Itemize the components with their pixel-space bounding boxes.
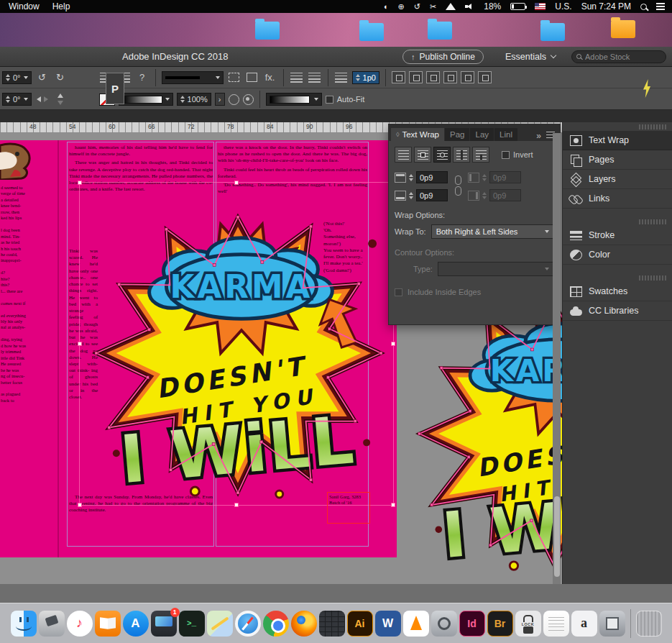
- input-source-label[interactable]: U.S.: [555, 1, 571, 12]
- panel-button-swatches[interactable]: Swatches: [563, 282, 672, 301]
- opacity-icon[interactable]: [229, 94, 239, 105]
- top-offset-field[interactable]: 0p9: [416, 171, 448, 183]
- status-icon-1[interactable]: ◐: [384, 2, 389, 11]
- column1-top-text[interactable]: haunt him, memories of his dad telling h…: [69, 145, 213, 196]
- dock-icon-image-capture[interactable]: [431, 611, 457, 637]
- dock-icon-chrome[interactable]: [263, 611, 289, 637]
- publish-online-button[interactable]: ↑ Publish Online: [402, 50, 484, 64]
- desktop-folder-icon[interactable]: [359, 23, 384, 41]
- wrap-bounding-box-button[interactable]: [414, 147, 431, 163]
- dock-icon-lock-app[interactable]: LOCK: [515, 611, 541, 637]
- swatch-gradient-select[interactable]: [266, 93, 322, 106]
- dock-icon-terminal[interactable]: >_: [179, 611, 205, 637]
- panel-button-text-wrap[interactable]: Text Wrap: [563, 131, 672, 150]
- flip-vertical-icon[interactable]: [53, 92, 68, 106]
- karma-artwork[interactable]: [88, 206, 388, 500]
- status-icon-2[interactable]: ⊕: [398, 2, 405, 12]
- volume-icon[interactable]: [465, 2, 474, 11]
- stepper-icon[interactable]: [409, 174, 413, 181]
- more-options-button[interactable]: ›: [215, 93, 225, 106]
- rotate-ccw-icon[interactable]: ↺: [35, 70, 50, 85]
- bulldog-artwork-fragment[interactable]: [0, 142, 33, 180]
- fit-frame-icon[interactable]: [409, 71, 423, 83]
- tab-pages[interactable]: Pag: [445, 128, 469, 141]
- karma-artwork-pasteboard-copy[interactable]: [411, 293, 562, 574]
- shear-angle-field[interactable]: 0°: [2, 93, 32, 106]
- battery-icon[interactable]: [510, 3, 525, 10]
- dock-icon-safari[interactable]: [235, 611, 261, 637]
- autofit-checkbox[interactable]: [326, 96, 333, 104]
- jump-next-column-button[interactable]: [472, 147, 489, 163]
- dock-icon-bridge[interactable]: Br: [487, 611, 513, 637]
- target-icon[interactable]: [243, 94, 254, 105]
- reference-point-proxy[interactable]: P: [106, 73, 124, 104]
- menu-help[interactable]: Help: [52, 1, 70, 12]
- wrap-to-select[interactable]: Both Right & Left Sides: [431, 224, 554, 239]
- adobe-stock-search[interactable]: [571, 50, 666, 63]
- selection-handle[interactable]: [391, 503, 395, 507]
- desktop-folder-orange-icon[interactable]: [611, 20, 635, 38]
- paragraph-align-icon[interactable]: [290, 70, 304, 85]
- dock-icon-word[interactable]: W: [375, 611, 401, 637]
- gradient-select[interactable]: [119, 93, 173, 106]
- document-page[interactable]: d seemed to verge of time a detailed kne…: [0, 140, 397, 557]
- rotate-cw-icon[interactable]: ↻: [53, 70, 68, 85]
- dock-icon-illustrator[interactable]: Ai: [347, 611, 373, 637]
- invert-checkbox[interactable]: [502, 151, 510, 159]
- stroke-weight-field[interactable]: 100%: [177, 93, 211, 106]
- dock-icon-utility[interactable]: [39, 611, 65, 637]
- stepper-icon[interactable]: [6, 74, 10, 81]
- link-offsets-icon[interactable]: [454, 175, 462, 197]
- menu-clock[interactable]: Sun 7:24 PM: [581, 1, 631, 12]
- tab-layers[interactable]: Lay: [470, 128, 494, 141]
- selection-handle[interactable]: [391, 342, 395, 346]
- dashed-frame-icon[interactable]: [227, 70, 241, 85]
- jump-object-button[interactable]: [453, 147, 470, 163]
- paragraph-align-icon[interactable]: [308, 70, 322, 85]
- dock-icon-trash[interactable]: [636, 611, 662, 637]
- credit-text-frame[interactable]: Sanil Garg, 3283 Batch of '16: [327, 492, 370, 524]
- status-icon-4[interactable]: ✂: [430, 2, 436, 12]
- wifi-icon[interactable]: [446, 3, 456, 10]
- dock-icon-indesign[interactable]: Id: [459, 611, 485, 637]
- panel-button-layers[interactable]: Layers: [563, 170, 672, 189]
- fit-content-icon[interactable]: [392, 71, 405, 83]
- dock-icon-font-app[interactable]: a: [571, 611, 597, 637]
- dock-icon-firefox[interactable]: [291, 611, 317, 637]
- tab-links[interactable]: Linl: [494, 128, 517, 141]
- center-content-icon[interactable]: [461, 71, 474, 83]
- wrap-offset-icon[interactable]: [334, 70, 349, 85]
- desktop-folder-icon[interactable]: [540, 23, 565, 41]
- panel-button-pages[interactable]: Pages: [563, 150, 672, 170]
- dock-icon-app-store[interactable]: A: [123, 611, 149, 637]
- stepper-icon[interactable]: [6, 96, 10, 103]
- scrollbar-thumb[interactable]: [554, 496, 560, 577]
- stepper-icon[interactable]: [356, 74, 360, 81]
- time-machine-icon[interactable]: ↺: [414, 2, 420, 12]
- notification-center-icon[interactable]: [656, 3, 665, 10]
- dock-icon-app-with-badge[interactable]: 1: [151, 611, 177, 637]
- desktop-folder-icon[interactable]: [255, 22, 280, 40]
- panel-button-stroke[interactable]: Stroke: [563, 226, 672, 245]
- panel-button-color[interactable]: Color: [563, 245, 672, 265]
- tab-text-wrap[interactable]: ◊ Text Wrap: [391, 128, 444, 141]
- flip-horizontal-icon[interactable]: [35, 92, 50, 106]
- stroke-type-select[interactable]: [162, 71, 224, 84]
- panel-button-cc-libraries[interactable]: CC Libraries: [563, 301, 672, 321]
- stepper-icon[interactable]: [409, 192, 413, 199]
- panel-grip[interactable]: [639, 275, 666, 281]
- dock-icon-itunes[interactable]: ♪: [67, 611, 93, 637]
- fit-auto-icon[interactable]: [478, 71, 492, 83]
- dock-icon-gray-app[interactable]: [599, 611, 625, 637]
- effects-button[interactable]: fx.: [263, 70, 277, 85]
- help-icon[interactable]: ?: [135, 70, 149, 85]
- wrap-offset-field[interactable]: 1p0: [352, 71, 379, 84]
- menu-window[interactable]: Window: [9, 1, 40, 12]
- solid-frame-icon[interactable]: [245, 70, 259, 85]
- panel-expand-icon[interactable]: »: [536, 131, 541, 141]
- fill-frame-icon[interactable]: [443, 71, 457, 83]
- dock-icon-calculator[interactable]: [319, 611, 345, 637]
- stepper-icon[interactable]: [180, 96, 185, 103]
- panel-grip[interactable]: [639, 219, 666, 224]
- dock-icon-books[interactable]: [95, 611, 121, 637]
